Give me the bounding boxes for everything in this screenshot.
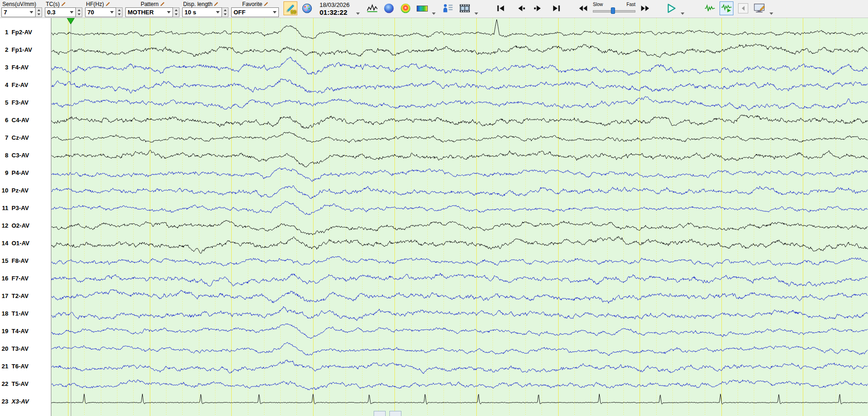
edit-pencil-icon[interactable] [160, 1, 165, 6]
spinner-down-icon[interactable] [36, 12, 42, 17]
channel-row[interactable]: 22T5-AV [0, 380, 51, 387]
chevron-down-icon [216, 11, 220, 13]
chevron-down-icon [70, 11, 74, 13]
toolbar-overflow-chevron-icon[interactable] [356, 12, 360, 15]
patient-info-button[interactable] [441, 1, 455, 15]
pattern-spinner[interactable] [173, 7, 179, 17]
time-text: 01:32:22 [320, 8, 350, 16]
play-button[interactable] [664, 1, 678, 15]
channel-row[interactable]: 5F3-AV [0, 99, 51, 106]
channel-row[interactable]: 21T6-AV [0, 363, 51, 370]
channel-number: 11 [0, 205, 8, 211]
spinner-down-icon[interactable] [173, 12, 179, 17]
channel-row[interactable]: 19T4-AV [0, 328, 51, 335]
back-page-button[interactable] [736, 1, 750, 15]
edit-pencil-icon[interactable] [214, 1, 219, 6]
speed-slider-thumb[interactable] [611, 7, 615, 14]
channel-row[interactable]: 23X3-AV [0, 398, 51, 405]
toolbar-overflow-chevron-icon[interactable] [474, 12, 478, 15]
edit-pencil-icon[interactable] [105, 1, 111, 6]
marker-pen-tool-button[interactable]: 50 [283, 1, 297, 15]
eeg-playback-view-button[interactable] [720, 1, 733, 15]
hf-combobox[interactable]: 70 [85, 7, 116, 17]
trend-waveform-button[interactable] [365, 1, 379, 15]
channel-row[interactable]: 7Cz-AV [0, 134, 51, 141]
review-edit-button[interactable] [753, 1, 767, 15]
rewind-button[interactable] [576, 1, 590, 15]
pattern-control-group: Pattern MOTHER [125, 0, 179, 17]
spinner-up-icon[interactable] [173, 8, 179, 12]
fast-forward-button[interactable] [638, 1, 652, 15]
step-forward-button[interactable] [531, 1, 545, 15]
slow-label: Slow [593, 2, 603, 7]
speed-slider-group: Slow Fast [593, 2, 635, 14]
channel-row[interactable]: 1Fp2-AV [0, 29, 51, 36]
channel-label: T3-AV [12, 345, 29, 352]
disp-length-control-group: Disp. length 10 s [182, 0, 228, 17]
disp-length-label-text: Disp. length [183, 1, 212, 7]
channel-row[interactable]: 14O1-AV [0, 240, 51, 247]
channel-number: 22 [0, 380, 8, 387]
fast-label: Fast [627, 2, 635, 7]
channel-row[interactable]: 20T3-AV [0, 345, 51, 352]
channel-row[interactable]: 10Pz-AV [0, 187, 51, 194]
channel-row[interactable]: 11P3-AV [0, 205, 51, 211]
skip-to-start-button[interactable] [494, 1, 508, 15]
channel-row[interactable]: 3F4-AV [0, 64, 51, 71]
pattern-combobox[interactable]: MOTHER [125, 7, 173, 17]
spinner-down-icon[interactable] [116, 12, 122, 17]
spinner-down-icon[interactable] [222, 12, 228, 17]
hf-spinner[interactable] [116, 7, 123, 17]
tc-label-text: TC(s) [46, 1, 60, 7]
channel-row[interactable]: 9P4-AV [0, 169, 51, 176]
channel-label: T6-AV [12, 363, 29, 370]
channel-row[interactable]: 15F8-AV [0, 257, 51, 264]
spinner-up-icon[interactable] [76, 8, 82, 12]
channel-row[interactable]: 16F7-AV [0, 275, 51, 282]
channel-row[interactable]: 2Fp1-AV [0, 46, 51, 53]
channel-row[interactable]: 12O2-AV [0, 222, 51, 229]
skip-to-end-button[interactable] [549, 1, 563, 15]
spinner-up-icon[interactable] [222, 8, 228, 12]
bottom-widget[interactable] [374, 411, 386, 416]
disp-length-label: Disp. length [182, 0, 228, 7]
toolbar-overflow-chevron-icon[interactable] [770, 12, 773, 15]
channel-row[interactable]: 6C4-AV [0, 117, 51, 124]
channel-row[interactable]: 8C3-AV [0, 152, 51, 159]
disp-length-spinner[interactable] [222, 7, 228, 17]
toolbar-overflow-chevron-icon[interactable] [432, 12, 436, 15]
color-map-button[interactable] [399, 1, 412, 15]
disp-length-combobox[interactable]: 10 s [182, 7, 222, 17]
sens-combobox[interactable]: 7 [1, 7, 36, 17]
video-button[interactable] [458, 1, 472, 15]
eeg-trace-view-button[interactable] [703, 1, 717, 15]
channel-label: Fp2-AV [12, 29, 32, 36]
filmstrip-icon [459, 4, 470, 13]
channel-row[interactable]: 4Fz-AV [0, 81, 51, 88]
speed-slider[interactable] [593, 7, 635, 14]
tc-spinner[interactable] [76, 7, 82, 17]
spinner-up-icon[interactable] [116, 8, 122, 12]
channel-row[interactable]: 18T1-AV [0, 310, 51, 317]
colormap-scale-button[interactable] [415, 1, 429, 15]
bottom-widget[interactable] [389, 411, 401, 416]
channel-number: 9 [0, 169, 8, 176]
electrode-map-button[interactable] [300, 1, 314, 15]
spinner-down-icon[interactable] [76, 12, 82, 17]
channel-label: P3-AV [12, 205, 29, 211]
brain-map-rainbow-icon [400, 3, 411, 14]
toolbar-overflow-chevron-icon[interactable] [681, 12, 684, 15]
favorite-value: OFF [234, 9, 246, 16]
patient-person-icon [443, 3, 454, 13]
eeg-trace-canvas[interactable] [51, 18, 868, 416]
channel-row[interactable]: 17T2-AV [0, 292, 51, 299]
brain-map-button[interactable] [382, 1, 396, 15]
step-back-button[interactable] [514, 1, 528, 15]
sens-spinner[interactable] [36, 7, 42, 17]
favorite-combobox[interactable]: OFF [231, 7, 279, 17]
channel-label: F7-AV [12, 275, 29, 282]
tc-combobox[interactable]: 0.3 [45, 7, 76, 17]
edit-pencil-icon[interactable] [61, 1, 66, 6]
spinner-up-icon[interactable] [36, 8, 42, 12]
edit-pencil-icon[interactable] [264, 1, 269, 6]
